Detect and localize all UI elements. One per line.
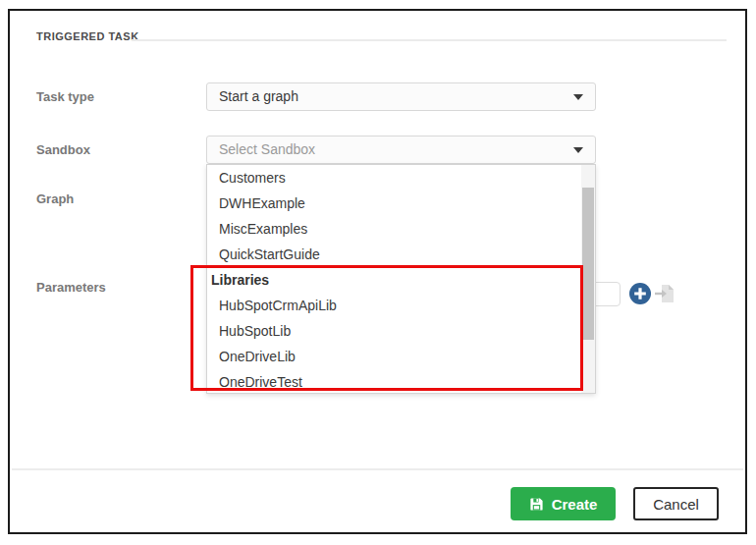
cancel-button-label: Cancel	[653, 496, 699, 513]
section-rule	[132, 39, 727, 41]
create-button-label: Create	[552, 496, 598, 513]
save-icon	[529, 497, 544, 512]
file-import-icon	[653, 282, 676, 305]
import-parameters-button[interactable]	[653, 282, 676, 305]
dropdown-option[interactable]: OneDriveTest	[207, 369, 595, 395]
dropdown-option[interactable]: Customers	[207, 165, 595, 191]
task-type-label: Task type	[36, 89, 94, 104]
chevron-down-icon	[573, 147, 583, 153]
task-type-value: Start a graph	[219, 88, 298, 104]
footer-divider	[12, 468, 743, 470]
dropdown-option[interactable]: HubSpotCrmApiLib	[207, 293, 595, 318]
parameters-label: Parameters	[36, 280, 106, 295]
dropdown-option[interactable]: OneDriveLib	[207, 344, 595, 369]
dropdown-scrollbar-track[interactable]	[581, 165, 595, 393]
add-parameter-button[interactable]	[629, 283, 651, 304]
dropdown-option[interactable]: MiscExamples	[207, 216, 595, 242]
plus-circle-icon	[629, 283, 651, 304]
sandbox-select[interactable]: Select Sandbox	[206, 136, 596, 164]
section-title: TRIGGERED TASK	[36, 30, 139, 42]
dropdown-group-header: Libraries	[207, 267, 595, 293]
graph-label: Graph	[36, 191, 74, 206]
cancel-button[interactable]: Cancel	[633, 487, 719, 520]
create-button[interactable]: Create	[511, 487, 616, 520]
dropdown-option[interactable]: HubSpotLib	[207, 318, 595, 344]
task-type-select[interactable]: Start a graph	[206, 82, 596, 111]
dropdown-scrollbar-thumb[interactable]	[582, 188, 594, 340]
sandbox-dropdown-list: Customers DWHExample MiscExamples QuickS…	[206, 164, 596, 394]
dropdown-option[interactable]: QuickStartGuide	[207, 242, 595, 267]
sandbox-label: Sandbox	[36, 142, 90, 157]
dropdown-option[interactable]: DWHExample	[207, 191, 595, 216]
chevron-down-icon	[573, 94, 583, 100]
sandbox-placeholder: Select Sandbox	[219, 141, 315, 157]
